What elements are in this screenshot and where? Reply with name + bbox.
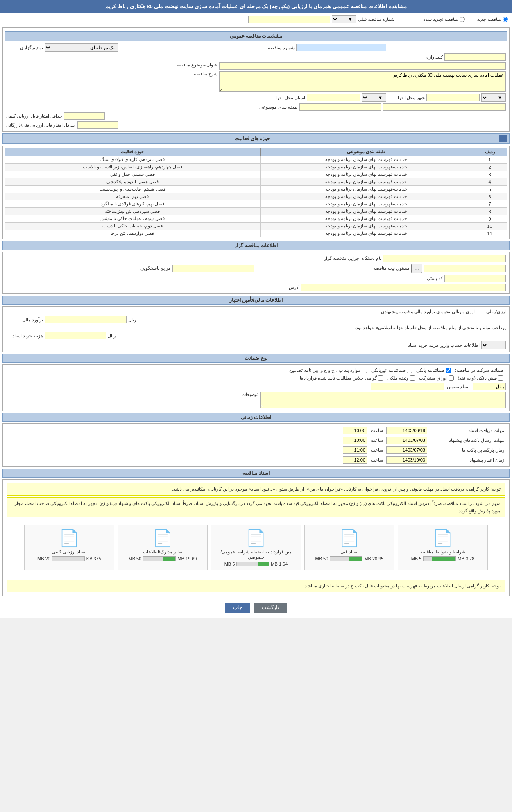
timing-time-input[interactable]	[343, 456, 367, 464]
file-icon: 📄	[152, 528, 173, 548]
guarantee-unit-input[interactable]	[473, 383, 506, 390]
file-icon: 📄	[433, 528, 453, 548]
guarantee-section-title: نوع ضمانت	[5, 355, 507, 361]
reference-label: مرجع پاسخگویی	[134, 266, 171, 271]
file-max: 50 MB	[129, 556, 142, 561]
file-name: سایر مدارک/اطلاعات	[143, 549, 182, 555]
renewed-tender-radio[interactable]: مناقصه تجدید شده	[423, 17, 465, 22]
guarantee-other-check[interactable]: موارد بند ب ، ج و ج و آیین نامه تضامین	[289, 368, 367, 373]
row-category: خدمات-فهرست بهای سازمان برنامه و بودجه	[260, 200, 472, 208]
responsible-input[interactable]: محمد محسنی قادری	[424, 265, 506, 272]
method-label: نحوه ی برآورد مالی و قیمت پیشنهادی	[381, 309, 450, 314]
timing-date-input[interactable]	[386, 427, 427, 434]
reference-input[interactable]	[172, 265, 254, 272]
activity-table: ردیف طبقه بندی موضوعی حوزه فعالیت 1 خدما…	[5, 148, 507, 237]
guarantee-amount-label: مبلغ تضمین	[447, 384, 468, 389]
financial-qual-input[interactable]: 60.00	[64, 112, 105, 120]
print-button[interactable]: چاپ	[225, 603, 250, 613]
address-row: خیابان کریم خان زند - ج شهید فرنی - ح شه…	[5, 283, 507, 292]
bank-info-select[interactable]: ---	[481, 341, 506, 349]
file-size: 1.64 MB	[271, 562, 288, 566]
guarantee-bank-check[interactable]: ضمانتنامه بانکی	[416, 368, 451, 373]
row-category: خدمات-فهرست بهای سازمان برنامه و بودجه	[260, 164, 472, 171]
timing-date-input[interactable]	[386, 437, 427, 444]
postal-input[interactable]: 1598833713	[444, 275, 506, 282]
responsible-more-btn[interactable]: ...	[411, 264, 422, 273]
bank-info-row: --- اطلاعات حساب واریز هزینه خرید اسناد	[5, 340, 507, 350]
table-row: 3 خدمات-فهرست بهای سازمان برنامه و بودجه…	[5, 171, 507, 178]
documents-section: توجه: کاربر گرامی، دریافت اسناد در مهلت …	[2, 479, 510, 596]
postal-row: 1598833713 کد پستی	[5, 274, 507, 283]
file-size: 375 KB	[86, 556, 101, 561]
city-select[interactable]: ▼	[481, 93, 506, 102]
timing-time-input[interactable]	[343, 437, 367, 444]
timing-label: مهلت ارسال باکت‌های پیشنهاد	[430, 438, 504, 443]
address-input[interactable]: خیابان کریم خان زند - ج شهید فرنی - ح شه…	[301, 284, 506, 291]
method-value: ارزی و ریالی	[452, 309, 475, 314]
timing-time-input[interactable]	[343, 446, 367, 454]
row-num: 4	[472, 178, 507, 186]
description-input[interactable]: عملیات آماده سازی سایت نهضت ملی 80 هکتار…	[219, 71, 506, 92]
file-name: اسناد ارزیابی کیفی	[52, 549, 86, 555]
new-tender-radio[interactable]: مناقصه جدید	[477, 17, 508, 22]
guarantee-bonds-check[interactable]: اوراق مشارکت	[419, 375, 453, 381]
purchase-cost-input[interactable]	[45, 332, 106, 339]
file-size: 3.78 MB	[458, 556, 474, 561]
subject-input[interactable]: مناقصه عمومی همزمان با ارزیابی (یکپارچه)…	[219, 62, 506, 70]
file-card: 📄 سایر مدارک/اطلاعات 19.69 MB 50 MB	[118, 525, 208, 570]
page-title: مشاهده اطلاعات مناقصه عمومی همزمان با ار…	[0, 0, 512, 13]
guarantee-type-row: ضمانت شرکت در مناقصه: ضمانتنامه بانکی ضم…	[5, 366, 507, 374]
guarantee-cert-check[interactable]: گواهی خلاص مطالبات تأیید شده قراردادها	[300, 375, 383, 381]
row-activity: فصل چهاردهم، راهسازی، اساس، زیربالاست و …	[5, 164, 261, 171]
category-row: شرح کلی حوزه فعالیت سایت نهضت ملی شرح کل…	[5, 102, 507, 111]
estimate-input[interactable]: 618,536,914,529	[45, 316, 127, 323]
table-row: 11 خدمات-فهرست بهای سازمان برنامه و بودج…	[5, 230, 507, 237]
guarantee-cash-check[interactable]: فیش بانکی (وجه نقد)	[458, 375, 504, 381]
category-input[interactable]: خدمات با فهرست بها	[299, 103, 381, 111]
row-num: 11	[472, 230, 507, 237]
timing-date-input[interactable]	[386, 446, 427, 454]
timing-row: مهلت دریافت اسناد ساعت	[5, 425, 507, 435]
guarantee-nonbank-check[interactable]: ضمانتنامه غیربانکی	[371, 368, 412, 373]
back-button[interactable]: بازگشت	[254, 603, 287, 613]
row-num: 2	[472, 164, 507, 171]
province-select[interactable]: ▼	[362, 93, 386, 102]
timing-label: زمان اعتبار پیشنهاد	[430, 457, 504, 463]
table-row: 4 خدمات-فهرست بهای سازمان برنامه و بودجه…	[5, 178, 507, 186]
guarantee-property-check[interactable]: وثیقه ملکی	[387, 375, 415, 381]
keyword-input[interactable]	[444, 53, 506, 61]
timing-date-input[interactable]	[386, 456, 427, 464]
location-row: ▼ رناط کریم شهر محل اجرا ▼ تهران استان م…	[5, 93, 507, 102]
type-select[interactable]: یک مرحله ای	[45, 43, 118, 52]
row-category: خدمات-فهرست بهای سازمان برنامه و بودجه	[260, 215, 472, 223]
documents-section-header: اسناد مناقصه	[2, 469, 510, 478]
table-row: 2 خدمات-فهرست بهای سازمان برنامه و بودجه…	[5, 164, 507, 171]
action-buttons: بازگشت چاپ	[0, 598, 512, 618]
row-category: خدمات-فهرست بهای سازمان برنامه و بودجه	[260, 230, 472, 237]
keyword-label: کلید واژه	[406, 55, 443, 60]
bank-info-label: اطلاعات حساب واریز هزینه خرید اسناد	[408, 343, 480, 348]
activity-desc-input[interactable]: شرح کلی حوزه فعالیت سایت نهضت ملی	[383, 103, 506, 111]
guarantee-desc-input[interactable]	[260, 392, 506, 408]
prev-number-input[interactable]	[248, 16, 330, 23]
province-input[interactable]: تهران	[307, 94, 360, 101]
organizer-section: اداره کل راه و شهرسازی استان نام دستگاه …	[2, 252, 510, 294]
city-input[interactable]: رناط کریم	[426, 94, 480, 101]
financial-qual-row: 60.00 حداقل امتیاز قابل ارزیابی کیفی	[5, 111, 507, 121]
prev-number-select[interactable]: ▼	[332, 15, 356, 23]
file-name: شرایط و ضوابط مناقصه	[420, 549, 465, 555]
row-activity: فصل ششم، حمل و نقل	[5, 171, 261, 178]
collapse-activity-btn[interactable]: -	[499, 135, 507, 142]
row-activity: فصل دوم، عملیات خاکی با دست	[5, 223, 261, 230]
timing-label: مهلت دریافت اسناد	[430, 428, 504, 433]
timing-time-input[interactable]	[343, 427, 367, 434]
guarantee-amount-input[interactable]: 24,970,738,291	[371, 383, 444, 390]
description-row: عملیات آماده سازی سایت نهضت ملی 80 هکتار…	[5, 71, 507, 93]
row-category: خدمات-فهرست بهای سازمان برنامه و بودجه	[260, 171, 472, 178]
tender-no-input[interactable]: 20030030290000009	[296, 44, 386, 51]
tender-no-row: 20030030290000009 شماره مناقصه یک مرحله …	[5, 43, 507, 52]
price-qual-input[interactable]	[77, 121, 118, 129]
financial-section-header: اطلاعات مالی/تأمین اعتبار	[2, 296, 510, 305]
org-name-input[interactable]: اداره کل راه و شهرسازی استان	[383, 255, 506, 262]
timing-row: زمان اعتبار پیشنهاد ساعت	[5, 455, 507, 465]
